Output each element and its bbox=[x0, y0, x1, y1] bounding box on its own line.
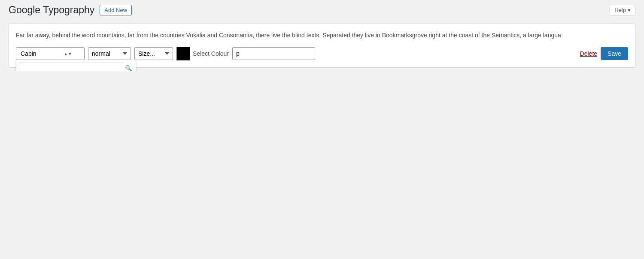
font-dropdown-list: 🔍 Bungee HairlineBungee InlineBungee Out… bbox=[16, 60, 136, 71]
style-select[interactable]: normalitalicboldbold italic bbox=[88, 47, 131, 60]
font-dropdown-wrap: Cabin ▲▼ 🔍 Bungee HairlineBungee InlineB… bbox=[16, 47, 85, 60]
preview-text: Far far away, behind the word mountains,… bbox=[16, 31, 628, 40]
help-button[interactable]: Help ▾ bbox=[610, 5, 635, 15]
chevron-down-icon: ▾ bbox=[628, 7, 631, 13]
tag-input[interactable] bbox=[232, 47, 315, 60]
help-button-wrap: Help ▾ bbox=[610, 5, 635, 15]
font-select-button[interactable]: Cabin ▲▼ bbox=[16, 47, 85, 60]
colour-swatch[interactable] bbox=[176, 47, 190, 60]
font-search-input[interactable] bbox=[20, 63, 123, 71]
page-header: Google Typography Add New Help ▾ bbox=[0, 0, 644, 20]
main-card: Far far away, behind the word mountains,… bbox=[9, 24, 635, 68]
delete-link[interactable]: Delete bbox=[580, 50, 597, 57]
help-label: Help bbox=[614, 7, 626, 13]
font-select-value: Cabin bbox=[21, 50, 36, 57]
add-new-button[interactable]: Add New bbox=[100, 5, 132, 15]
controls-row: Cabin ▲▼ 🔍 Bungee HairlineBungee InlineB… bbox=[16, 47, 628, 60]
size-select[interactable]: Size...8101214161820242832364864 bbox=[134, 47, 173, 60]
page-title: Google Typography bbox=[9, 4, 94, 16]
search-icon: 🔍 bbox=[125, 65, 132, 72]
save-button[interactable]: Save bbox=[601, 47, 628, 60]
colour-wrap[interactable]: Select Colour bbox=[176, 47, 229, 60]
colour-label: Select Colour bbox=[193, 50, 229, 57]
chevron-down-icon: ▲▼ bbox=[64, 51, 72, 56]
font-search-wrap: 🔍 bbox=[16, 60, 136, 71]
